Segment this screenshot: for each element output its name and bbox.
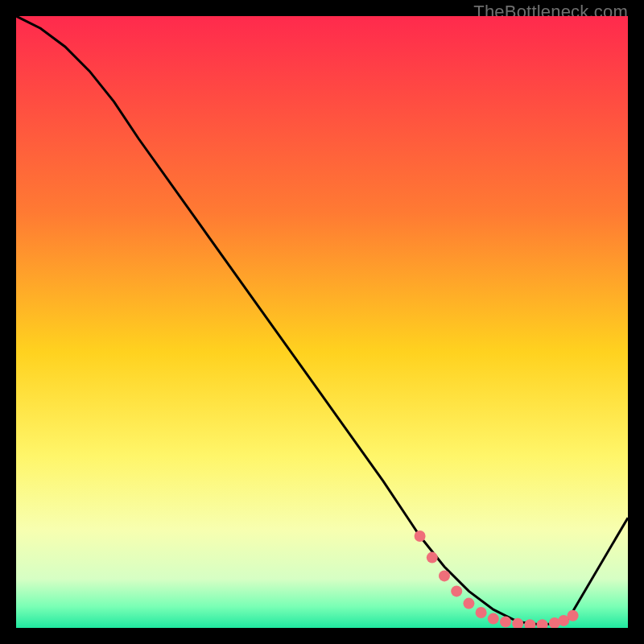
highlight-dot xyxy=(451,585,462,597)
highlight-dot xyxy=(488,613,499,625)
highlight-dot xyxy=(500,616,511,627)
highlight-dot xyxy=(568,610,579,621)
plot-svg xyxy=(16,16,628,628)
chart-stage: TheBottleneck.com xyxy=(0,0,644,644)
highlight-dot xyxy=(463,598,474,609)
highlight-dot xyxy=(476,607,487,618)
highlight-dot xyxy=(415,530,426,542)
gradient-background xyxy=(16,16,628,628)
highlight-dot xyxy=(427,552,438,564)
highlight-dot xyxy=(439,570,450,581)
plot-area xyxy=(16,16,628,628)
